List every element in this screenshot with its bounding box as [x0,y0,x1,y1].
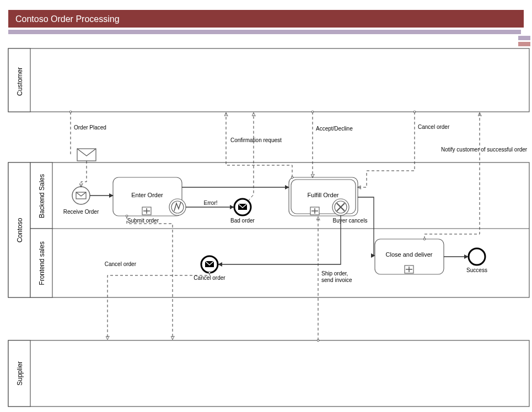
lane-label-frontend: Frontend sales [38,241,46,285]
decor-bar [518,42,530,46]
boundary-event-cancel-icon [332,199,349,215]
lane-label-backend: Backend Sales [38,174,46,218]
task-label: Enter Order [131,192,163,198]
subprocess-marker-icon [405,265,413,273]
message-label: Notify customer of successful order [441,147,528,153]
decor-bar [518,36,530,40]
task-enter-order: Enter Order [113,177,186,216]
event-label: Bad order [230,218,255,224]
pool-label: Customer [16,67,24,96]
boundary-event-error-icon [169,199,186,215]
pool-supplier: Supplier [8,340,529,406]
message-envelope-icon [77,149,96,161]
end-event-success: Success [466,248,487,273]
event-label: Cancel order [194,275,225,281]
flow-label: Error! [204,200,218,206]
svg-point-36 [469,248,485,265]
pool-customer: Customer [8,48,529,112]
event-label: Receive Order [63,209,99,215]
subprocess-marker-icon [310,207,319,215]
pool-label: Supplier [16,361,24,386]
message-label: Accept/Decline [316,126,353,132]
pool-label: Contoso [16,218,24,242]
page-title: Contoso Order Processing [15,14,120,24]
message-label: Confirmation request [230,137,282,143]
svg-rect-8 [8,340,529,406]
decor-bar [8,30,521,34]
subprocess-marker-icon [142,207,151,215]
message-label: send invoice [321,277,352,283]
message-label: Order Placed [74,124,106,131]
pool-contoso: Contoso Backend Sales Frontend sales [8,162,529,297]
task-label: Fulfill Order [308,192,339,198]
event-label: Buyer cancels [333,218,368,224]
event-label: Success [466,267,487,273]
message-label: Cancel order [418,124,450,130]
message-label: Cancel order [105,261,137,267]
task-close-deliver: Close and deliver [375,239,444,274]
task-label: Close and deliver [386,251,433,258]
svg-rect-3 [8,162,529,297]
svg-rect-1 [8,48,529,112]
message-label: Ship order, [321,270,348,277]
message-label: Submit order [127,218,159,224]
